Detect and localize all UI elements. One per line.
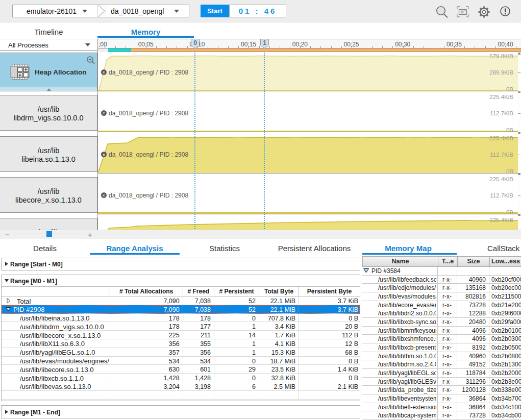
svg-text:1: 1 <box>263 39 266 46</box>
svg-text:0: 0 <box>193 39 197 46</box>
